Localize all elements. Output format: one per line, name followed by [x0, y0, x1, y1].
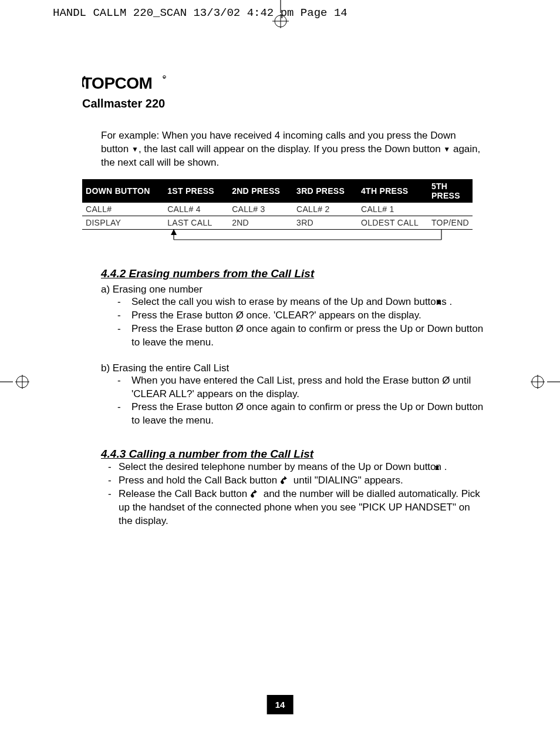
down-triangle-icon: ▼: [443, 145, 450, 154]
list-item: Press the Erase button Ø once. 'CLEAR?' …: [117, 309, 484, 323]
callback-icon: [280, 475, 291, 486]
cell: CALL# 3: [228, 203, 293, 216]
text: Select the call you wish to erase by mea…: [131, 296, 449, 307]
list-443: Select the desired telephone number by m…: [82, 461, 484, 528]
cell: LAST CALL: [164, 216, 228, 229]
intro-text-2: , the last call will appear on the displ…: [139, 143, 443, 154]
text: Select the desired telephone number by m…: [119, 461, 444, 472]
cell: 2ND: [228, 216, 293, 229]
printer-slug: HANDL CALLM 220_SCAN 13/3/02 4:42 pm Pag…: [53, 6, 348, 19]
svg-point-19: [280, 480, 284, 485]
svg-text:R: R: [163, 76, 165, 79]
th-2nd: 2ND PRESS: [228, 179, 293, 203]
cell: DISPLAY: [82, 216, 164, 229]
heading-443: 4.4.3 Calling a number from the Call Lis…: [82, 448, 484, 461]
text: .: [444, 461, 447, 472]
label-a: a) Erasing one number: [82, 284, 484, 295]
cell: [428, 203, 473, 216]
text: until "DIALING" appears.: [291, 475, 403, 486]
list-item: When you have entered the Call List, pre…: [117, 374, 484, 401]
cell: CALL# 2: [293, 203, 357, 216]
registration-mark-top: [272, 0, 289, 35]
heading-442: 4.4.2 Erasing numbers from the Call List: [82, 267, 484, 280]
list-item: Select the desired telephone number by m…: [108, 461, 484, 474]
list-item: Press the Erase button Ø once again to c…: [117, 401, 484, 428]
registration-mark-left: [0, 374, 33, 393]
th-5th: 5TH PRESS: [428, 179, 473, 203]
list-item: Select the call you wish to erase by mea…: [117, 295, 484, 309]
table-header-row: DOWN BUTTON 1ST PRESS 2ND PRESS 3RD PRES…: [82, 179, 473, 203]
table-row-call: CALL# CALL# 4 CALL# 3 CALL# 2 CALL# 1: [82, 203, 473, 216]
label-b: b) Erasing the entire Call List: [82, 362, 484, 374]
call-list-table: DOWN BUTTON 1ST PRESS 2ND PRESS 3RD PRES…: [82, 179, 473, 230]
th-4th: 4TH PRESS: [357, 179, 428, 203]
list-item: Press the Erase button Ø once again to c…: [117, 323, 484, 350]
th-down-button: DOWN BUTTON: [82, 179, 164, 203]
text: Release the Call Back button: [119, 488, 250, 499]
list-442b: When you have entered the Call List, pre…: [82, 374, 484, 428]
product-name: Callmaster 220: [82, 97, 484, 110]
loop-arrow-icon: [82, 229, 484, 247]
text: .: [449, 296, 452, 307]
down-triangle-icon: ▼: [131, 145, 139, 154]
cell: TOP/END: [428, 216, 473, 229]
cell: CALL#: [82, 203, 164, 216]
svg-point-20: [250, 493, 254, 498]
intro-paragraph: For example: When you have received 4 in…: [82, 129, 484, 170]
table-row-display: DISPLAY LAST CALL 2ND 3RD OLDEST CALL TO…: [82, 216, 473, 229]
brand-logo: TOPCOM R: [82, 73, 484, 95]
list-item: Press and hold the Call Back button unti…: [108, 474, 484, 488]
cell: CALL# 4: [164, 203, 228, 216]
svg-text:TOPCOM: TOPCOM: [82, 74, 152, 92]
list-item: Release the Call Back button and the num…: [108, 488, 484, 528]
cell: CALL# 1: [357, 203, 428, 216]
cell: OLDEST CALL: [357, 216, 428, 229]
callback-icon: [250, 488, 261, 499]
th-1st: 1ST PRESS: [164, 179, 228, 203]
text: Press and hold the Call Back button: [119, 475, 280, 486]
page-number: 14: [267, 695, 294, 714]
list-442a: Select the call you wish to erase by mea…: [82, 295, 484, 350]
svg-marker-16: [171, 229, 177, 235]
cell: 3RD: [293, 216, 357, 229]
th-3rd: 3RD PRESS: [293, 179, 357, 203]
registration-mark-right: [527, 374, 560, 393]
